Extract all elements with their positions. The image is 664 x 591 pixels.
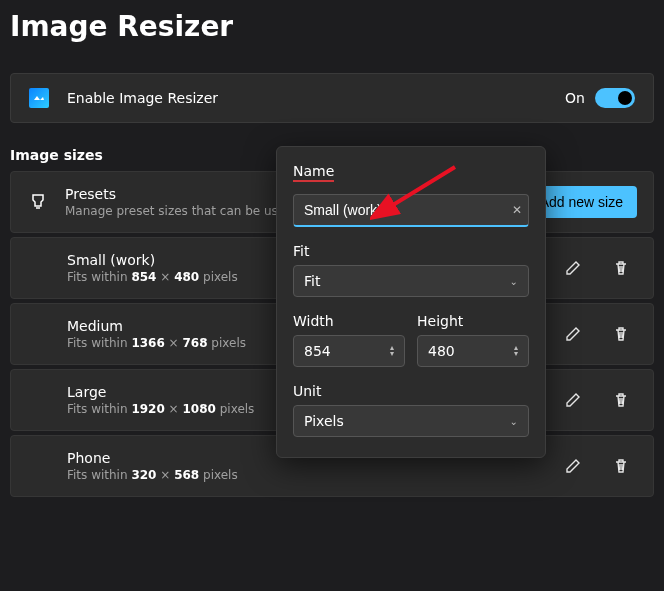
delete-icon[interactable] (611, 324, 631, 344)
enable-label: Enable Image Resizer (67, 90, 565, 106)
width-input[interactable]: 854 ▴▾ (293, 335, 405, 367)
height-label: Height (417, 313, 529, 329)
stepper-icon[interactable]: ▴▾ (390, 345, 394, 357)
chevron-down-icon: ⌄ (510, 416, 518, 427)
width-label: Width (293, 313, 405, 329)
chevron-down-icon: ⌄ (510, 276, 518, 287)
height-value: 480 (428, 343, 455, 359)
fit-select[interactable]: Fit ⌄ (293, 265, 529, 297)
edit-icon[interactable] (563, 324, 583, 344)
size-desc: Fits within 320 × 568 pixels (67, 468, 563, 482)
delete-icon[interactable] (611, 456, 631, 476)
edit-size-dialog: Name ✕ Fit Fit ⌄ Width 854 ▴▾ Height 480… (276, 146, 546, 458)
unit-select[interactable]: Pixels ⌄ (293, 405, 529, 437)
height-input[interactable]: 480 ▴▾ (417, 335, 529, 367)
stepper-icon[interactable]: ▴▾ (514, 345, 518, 357)
clear-name-icon[interactable]: ✕ (512, 203, 522, 217)
name-input-wrap: ✕ (293, 194, 529, 227)
unit-value: Pixels (304, 413, 344, 429)
toggle-state-text: On (565, 90, 585, 106)
name-label: Name (293, 163, 334, 182)
enable-toggle[interactable] (595, 88, 635, 108)
delete-icon[interactable] (611, 390, 631, 410)
width-value: 854 (304, 343, 331, 359)
fit-value: Fit (304, 273, 320, 289)
fit-label: Fit (293, 243, 529, 259)
name-input[interactable] (294, 195, 528, 225)
image-resizer-icon (29, 88, 49, 108)
edit-icon[interactable] (563, 390, 583, 410)
delete-icon[interactable] (611, 258, 631, 278)
page-title: Image Resizer (0, 0, 664, 43)
unit-label: Unit (293, 383, 529, 399)
presets-icon (27, 191, 49, 213)
edit-icon[interactable] (563, 258, 583, 278)
enable-panel: Enable Image Resizer On (10, 73, 654, 123)
edit-icon[interactable] (563, 456, 583, 476)
